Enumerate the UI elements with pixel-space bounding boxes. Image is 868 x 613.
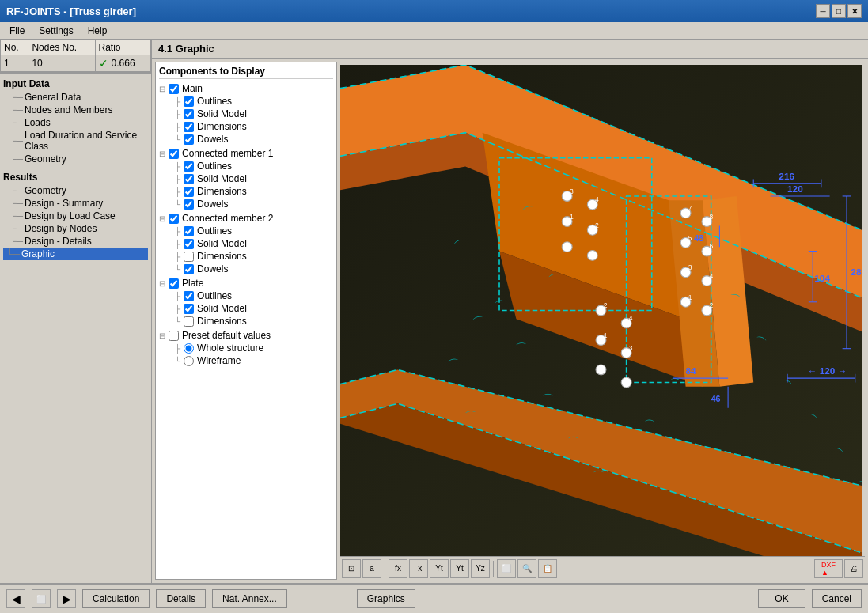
nav-next-button[interactable]: ▶ <box>57 589 76 608</box>
nav-geometry-results[interactable]: ├─ Geometry <box>3 184 148 197</box>
radio-wireframe[interactable] <box>184 356 194 366</box>
bottom-bar: ◀ ⬜ ▶ Calculation Details Nat. Annex... … <box>0 583 868 613</box>
details-button[interactable]: Details <box>156 589 206 608</box>
nav-geometry-input[interactable]: └─ Geometry <box>3 153 148 165</box>
comp-item-main-solid[interactable]: ├ Solid Model <box>159 108 333 120</box>
table-row[interactable]: 1 10 ✓ 0.666 <box>1 55 151 72</box>
svg-text:2: 2 <box>710 301 714 309</box>
toolbar-btn-copy[interactable]: 📋 <box>538 559 557 578</box>
col-no: No. <box>1 40 28 55</box>
checkbox-m1-dowels[interactable] <box>184 199 194 210</box>
checkbox-m2-dowels[interactable] <box>184 264 194 274</box>
nat-annex-button[interactable]: Nat. Annex... <box>212 589 287 608</box>
toolbar-btn-neg-x[interactable]: -x <box>409 559 428 578</box>
checkbox-main-dowels[interactable] <box>184 134 194 145</box>
checkbox-m1-solid[interactable] <box>184 174 194 184</box>
toolbar-btn-dxf[interactable]: DXF▲ <box>814 559 843 578</box>
comp-group-plate-header[interactable]: ⊟ Plate <box>159 277 333 289</box>
checkbox-main-dimensions[interactable] <box>184 122 194 132</box>
section-title: 4.1 Graphic <box>152 40 868 59</box>
close-button[interactable]: ✕ <box>847 4 862 18</box>
checkbox-plate-solid[interactable] <box>184 304 194 314</box>
comp-item-m1-dimensions[interactable]: ├ Dimensions <box>159 185 333 198</box>
nav-load-duration[interactable]: ├─ Load Duration and Service Class <box>3 129 148 153</box>
comp-item-main-dowels[interactable]: └ Dowels <box>159 133 333 146</box>
svg-text:120: 120 <box>787 184 803 194</box>
comp-item-m1-outlines[interactable]: ├ Outlines <box>159 160 333 172</box>
checkbox-m2-solid[interactable] <box>184 239 194 249</box>
svg-text:48: 48 <box>694 233 703 243</box>
comp-item-wireframe[interactable]: └ Wireframe <box>159 354 333 367</box>
toolbar-btn-cube[interactable]: ⬜ <box>497 559 516 578</box>
toolbar-btn-print[interactable]: 🖨 <box>844 559 863 578</box>
nav-graphic[interactable]: └─ Graphic <box>3 248 148 260</box>
checkbox-m2-outlines[interactable] <box>184 226 194 236</box>
comp-item-whole-structure[interactable]: ├ Whole structure <box>159 342 333 354</box>
nav-home-button[interactable]: ⬜ <box>32 589 51 608</box>
toolbar-btn-fx[interactable]: fx <box>389 559 407 578</box>
nav-prev-button[interactable]: ◀ <box>6 589 25 608</box>
svg-text:5: 5 <box>688 234 692 242</box>
nav-loads[interactable]: ├─ Loads <box>3 116 148 129</box>
comp-item-m1-solid[interactable]: ├ Solid Model <box>159 172 333 185</box>
tree-conn-1: ├ <box>175 97 180 106</box>
checkbox-main-solid[interactable] <box>184 109 194 119</box>
svg-text:⌒: ⌒ <box>464 408 477 422</box>
radio-whole-structure[interactable] <box>184 343 194 354</box>
menu-settings[interactable]: Settings <box>32 24 79 38</box>
checkbox-m2-dimensions[interactable] <box>184 252 194 262</box>
checkbox-m1-outlines[interactable] <box>184 161 194 172</box>
comp-item-main-outlines[interactable]: ├ Outlines <box>159 95 333 108</box>
nav-general-data[interactable]: ├─ General Data <box>3 91 148 104</box>
comp-item-plate-solid[interactable]: ├ Solid Model <box>159 302 333 315</box>
checkbox-member2[interactable] <box>169 214 179 224</box>
svg-text:104: 104 <box>814 273 830 283</box>
minimize-button[interactable]: ─ <box>816 4 830 18</box>
comp-item-m2-solid[interactable]: ├ Solid Model <box>159 237 333 250</box>
nav-design-summary[interactable]: ├─ Design - Summary <box>3 197 148 210</box>
toolbar-btn-yt[interactable]: Yt <box>430 559 449 578</box>
comp-item-plate-outlines[interactable]: ├ Outlines <box>159 289 333 302</box>
checkbox-member1[interactable] <box>169 149 179 159</box>
comp-item-m2-outlines[interactable]: ├ Outlines <box>159 225 333 237</box>
comp-group-member1-header[interactable]: ⊟ Connected member 1 <box>159 147 333 160</box>
toolbar-btn-yt2[interactable]: Yt <box>450 559 469 578</box>
nav-design-details[interactable]: ├─ Design - Details <box>3 235 148 248</box>
nav-design-load-case[interactable]: ├─ Design by Load Case <box>3 210 148 222</box>
comp-item-m1-dowels[interactable]: └ Dowels <box>159 198 333 210</box>
checkbox-preset[interactable] <box>169 331 179 341</box>
truss-svg: ⌒ ⌒ ⌒ ⌒ ⌒ ⌒ ⌒ ⌒ ⌒ ⌒ ⌒ ⌒ ⌒ ⌒ ⌒ <box>340 65 862 556</box>
checkbox-plate-outlines[interactable] <box>184 291 194 301</box>
right-panel: 4.1 Graphic Components to Display ⊟ Main… <box>152 40 868 583</box>
maximize-button[interactable]: □ <box>832 4 846 18</box>
graphic-viewport[interactable]: ⌒ ⌒ ⌒ ⌒ ⌒ ⌒ ⌒ ⌒ ⌒ ⌒ ⌒ ⌒ ⌒ ⌒ ⌒ <box>340 65 862 556</box>
comp-item-m2-dimensions[interactable]: ├ Dimensions <box>159 250 333 263</box>
calculation-button[interactable]: Calculation <box>82 589 150 608</box>
menu-file[interactable]: File <box>3 24 31 38</box>
checkbox-main-outlines[interactable] <box>184 96 194 107</box>
expand-icon-m1: ⊟ <box>159 149 165 158</box>
svg-point-25 <box>562 242 572 252</box>
graphics-button[interactable]: Graphics <box>357 589 415 608</box>
menu-help[interactable]: Help <box>81 24 114 38</box>
checkbox-plate[interactable] <box>169 278 179 289</box>
comp-group-member2-header[interactable]: ⊟ Connected member 2 <box>159 212 333 225</box>
checkbox-m1-dimensions[interactable] <box>184 187 194 197</box>
tree-conn-4: └ <box>175 135 180 144</box>
comp-item-main-dimensions[interactable]: ├ Dimensions <box>159 120 333 133</box>
toolbar-btn-label[interactable]: a <box>362 559 381 578</box>
svg-text:3: 3 <box>629 344 633 352</box>
nav-design-nodes[interactable]: ├─ Design by Nodes <box>3 222 148 235</box>
toolbar-btn-yz[interactable]: Yz <box>471 559 490 578</box>
comp-item-m2-dowels[interactable]: └ Dowels <box>159 263 333 275</box>
nav-nodes-members[interactable]: ├─ Nodes and Members <box>3 104 148 116</box>
comp-item-plate-dimensions[interactable]: └ Dimensions <box>159 315 333 327</box>
toolbar-btn-home[interactable]: ⊡ <box>342 559 361 578</box>
comp-group-main-header[interactable]: ⊟ Main <box>159 82 333 95</box>
comp-group-preset-header[interactable]: ⊟ Preset default values <box>159 329 333 342</box>
checkbox-plate-dimensions[interactable] <box>184 316 194 327</box>
ok-button[interactable]: OK <box>758 589 805 608</box>
toolbar-btn-zoom[interactable]: 🔍 <box>517 559 536 578</box>
checkbox-main[interactable] <box>169 84 179 94</box>
cancel-button[interactable]: Cancel <box>812 589 862 608</box>
